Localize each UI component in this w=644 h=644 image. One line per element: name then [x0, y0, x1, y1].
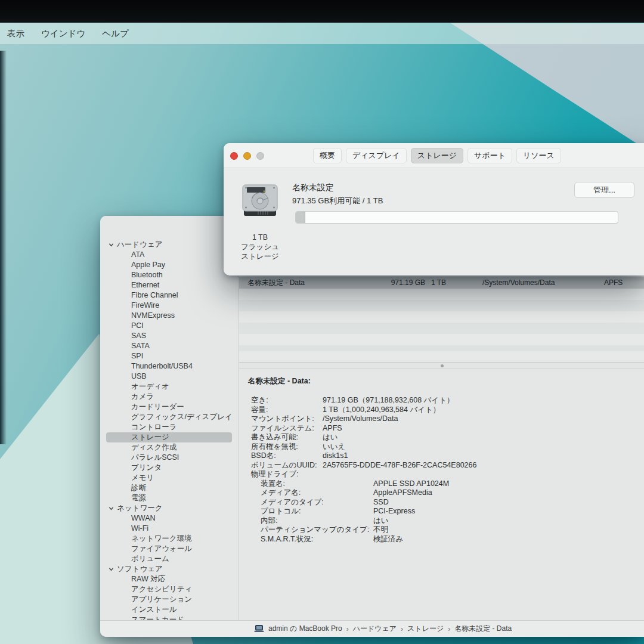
screen: 表示 ウインドウ ヘルプ ハードウェア ATA Apple Pay Blueto… [0, 0, 644, 644]
sidebar-item-memory[interactable]: メモリ [100, 473, 238, 483]
sidebar-item-locations[interactable]: ネットワーク環境 [100, 534, 238, 544]
sidebar-item-bluetooth[interactable]: Bluetooth [100, 270, 238, 280]
breadcrumb-bar: admin の MacBook Pro › ハードウェア › ストレージ › 名… [100, 620, 644, 637]
storage-usage-bar [295, 211, 618, 224]
breadcrumb-volume[interactable]: 名称未設定 - Data [454, 624, 512, 634]
sidebar-item-diagnostics[interactable]: 診断 [100, 483, 238, 493]
sidebar-item-power[interactable]: 電源 [100, 493, 238, 503]
detail-row-media-type: メディアのタイプ:SSD [239, 498, 644, 507]
detail-row-device-name: 装置名:APPLE SSD AP1024M [239, 479, 644, 489]
disk-caption: 1 TB フラッシュ ストレージ [233, 233, 287, 261]
sidebar-item-disc-burning[interactable]: ディスク作成 [100, 442, 238, 453]
sidebar-item-thunderbolt-usb4[interactable]: Thunderbolt/USB4 [100, 361, 238, 371]
tab-displays[interactable]: ディスプレイ [346, 148, 407, 163]
sidebar-item-card-reader[interactable]: カードリーダー [100, 402, 238, 412]
detail-row-capacity: 容量:1 TB（1,000,240,963,584 バイト） [239, 405, 644, 415]
breadcrumb-computer[interactable]: admin の MacBook Pro [268, 624, 342, 634]
chevron-down-icon [109, 242, 114, 247]
menu-bar: 表示 ウインドウ ヘルプ [0, 23, 644, 44]
sidebar-item-ata[interactable]: ATA [100, 250, 238, 260]
volume-free-cell: 971.19 GB [371, 277, 425, 289]
detail-row-writable: 書き込み可能:はい [239, 433, 644, 442]
internal-hard-drive-icon [240, 180, 280, 222]
screen-bezel-top [0, 0, 644, 23]
pane-splitter[interactable] [239, 362, 644, 369]
detail-row-physical-drive: 物理ドライブ: [239, 470, 644, 479]
menu-item-help[interactable]: ヘルプ [94, 23, 137, 44]
sidebar-item-sas[interactable]: SAS [100, 331, 238, 341]
sidebar-item-applications[interactable]: アプリケーション [100, 595, 238, 605]
menu-item-window[interactable]: ウインドウ [33, 23, 94, 44]
about-tab-bar: 概要 ディスプレイ ストレージ サポート リソース [313, 148, 561, 163]
sidebar-item-audio[interactable]: オーディオ [100, 382, 238, 392]
about-this-mac-window: 概要 ディスプレイ ストレージ サポート リソース 1 TB [224, 143, 644, 275]
detail-title: 名称未設定 - Data: [248, 376, 644, 386]
zoom-button[interactable] [256, 152, 264, 160]
sidebar-item-pci[interactable]: PCI [100, 321, 238, 331]
system-information-window: ハードウェア ATA Apple Pay Bluetooth Ethernet … [100, 216, 644, 637]
sidebar-item-controller[interactable]: コントローラ [100, 422, 238, 432]
sidebar-item-printers[interactable]: プリンタ [100, 463, 238, 473]
detail-row-volume-uuid: ボリュームのUUID:2A5765F5-DDDE-478F-B26F-2CAC5… [239, 461, 644, 470]
sidebar-item-sata[interactable]: SATA [100, 341, 238, 351]
sidebar-item-camera[interactable]: カメラ [100, 392, 238, 402]
tab-storage[interactable]: ストレージ [411, 148, 463, 163]
window-controls [230, 152, 264, 160]
volume-capacity-cell: 1 TB [431, 277, 446, 289]
volume-name: 名称未設定 [292, 182, 334, 193]
sidebar-item-smart-cards[interactable]: スマートカード [100, 615, 238, 620]
minimize-button[interactable] [243, 152, 251, 160]
table-row [239, 345, 644, 351]
detail-row-free: 空き:971.19 GB（971,188,932,608 バイト） [239, 396, 644, 405]
sidebar-item-ethernet[interactable]: Ethernet [100, 280, 238, 290]
volume-mount-cell: /System/Volumes/Data [482, 277, 555, 289]
sidebar-section-hardware[interactable]: ハードウェア [100, 240, 238, 250]
sysinfo-sidebar: ハードウェア ATA Apple Pay Bluetooth Ethernet … [100, 216, 239, 620]
volume-name-cell: 名称未設定 - Data [247, 277, 305, 289]
breadcrumb-separator: › [346, 625, 349, 633]
close-button[interactable] [230, 152, 238, 160]
tab-overview[interactable]: 概要 [313, 148, 342, 163]
manage-button[interactable]: 管理... [574, 182, 634, 198]
sidebar-item-nvmexpress[interactable]: NVMExpress [100, 311, 238, 321]
detail-row-media-name: メディア名:AppleAPFSMedia [239, 488, 644, 498]
tab-resources[interactable]: リソース [516, 148, 561, 163]
detail-row-protocol: プロトコル:PCI-Express [239, 507, 644, 516]
detail-row-partition-map-type: パーティションマップのタイプ:不明 [239, 525, 644, 535]
volume-detail-pane: 名称未設定 - Data: 空き:971.19 GB（971,188,932,6… [239, 369, 644, 620]
sidebar-item-fibre-channel[interactable]: Fibre Channel [100, 290, 238, 301]
sidebar-item-usb[interactable]: USB [100, 371, 238, 382]
detail-row-smart-status: S.M.A.R.T.状況:検証済み [239, 535, 644, 544]
macbook-icon [254, 625, 264, 633]
sidebar-item-apple-pay[interactable]: Apple Pay [100, 260, 238, 270]
detail-row-ignore-ownership: 所有権を無視:いいえ [239, 442, 644, 452]
tab-support[interactable]: サポート [467, 148, 512, 163]
chevron-down-icon [109, 566, 114, 572]
detail-row-file-system: ファイルシステム:APFS [239, 424, 644, 434]
sidebar-item-graphics-displays[interactable]: グラフィックス/ディスプレイ [100, 412, 238, 422]
sidebar-item-wwan[interactable]: WWAN [100, 513, 238, 524]
sidebar-item-parallel-scsi[interactable]: パラレルSCSI [100, 453, 238, 463]
sidebar-item-firewire[interactable]: FireWire [100, 301, 238, 311]
sidebar-section-network[interactable]: ネットワーク [100, 503, 238, 513]
breadcrumb-hardware[interactable]: ハードウェア [353, 624, 397, 634]
sidebar-item-firewall[interactable]: ファイアウォール [100, 544, 238, 554]
volume-filesystem-cell: APFS [604, 277, 623, 289]
sidebar-item-accessibility[interactable]: アクセシビリティ [100, 584, 238, 595]
availability-text: 971.35 GB利用可能 / 1 TB [292, 196, 383, 206]
sidebar-section-software[interactable]: ソフトウェア [100, 564, 238, 574]
detail-row-internal: 内部:はい [239, 516, 644, 526]
sidebar-item-installations[interactable]: インストール [100, 605, 238, 615]
volume-table-row-selected[interactable]: 名称未設定 - Data 971.19 GB 1 TB /System/Volu… [239, 277, 644, 289]
sidebar-item-volumes[interactable]: ボリューム [100, 554, 238, 564]
breadcrumb-separator: › [448, 625, 450, 633]
breadcrumb-storage[interactable]: ストレージ [407, 624, 444, 634]
screen-bezel-left [0, 51, 7, 444]
menu-item-view[interactable]: 表示 [0, 23, 33, 44]
splitter-grip-icon [441, 364, 444, 367]
sidebar-item-raw-support[interactable]: RAW 対応 [100, 574, 238, 584]
sidebar-item-spi[interactable]: SPI [100, 351, 238, 361]
sidebar-item-wifi[interactable]: Wi-Fi [100, 524, 238, 534]
sidebar-item-storage[interactable]: ストレージ [106, 432, 232, 442]
sysinfo-main-pane: 名称未設定 - Data 971.19 GB 1 TB /System/Volu… [239, 240, 644, 620]
